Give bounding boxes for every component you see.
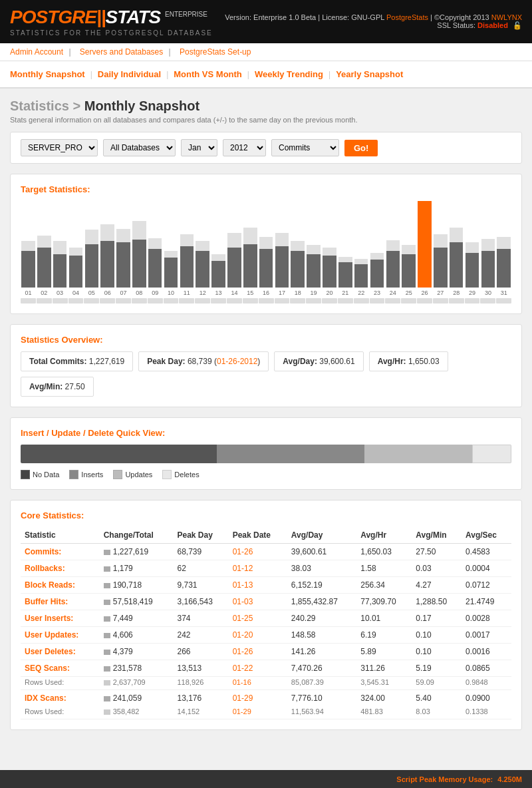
bar-group-27 <box>433 201 448 288</box>
page-title: Statistics > Monthly Snapshot <box>10 98 522 114</box>
metric-select[interactable]: CommitsRollbacksBlock ReadsBuffer Hits <box>271 139 339 156</box>
header: POSTGRE||STATS ENTERPRISE STATISTICS FOR… <box>0 0 532 43</box>
bar-group-03 <box>53 201 68 288</box>
peak-date-link[interactable]: 01-03 <box>233 597 253 606</box>
table-row: Rollbacks:1,1796201-1238.031.580.030.000… <box>21 560 511 577</box>
table-row: User Deletes:4,37926601-26141.265.890.10… <box>21 644 511 660</box>
bar-group-26 <box>417 201 432 288</box>
legend-nodata-color <box>21 470 30 479</box>
nwlynx-link[interactable]: NWLYNX <box>491 13 522 21</box>
footer-value: 4.250M <box>497 775 522 783</box>
peak-date-link[interactable]: 01-25 <box>233 614 253 623</box>
logo-area: POSTGRE||STATS ENTERPRISE STATISTICS FOR… <box>10 7 213 37</box>
controls-bar: SERVER_PRO All Databases JanFebMarAprMay… <box>10 132 522 164</box>
bar-group-20 <box>322 201 337 288</box>
peak-date-link[interactable]: 01-13 <box>233 580 253 590</box>
server-select[interactable]: SERVER_PRO <box>21 139 98 156</box>
legend-deletes: Deletes <box>162 470 199 479</box>
ssl-status: Disabled <box>477 21 508 29</box>
logo-subtitle: STATISTICS FOR THE POSTGRESQL DATABASE <box>10 29 213 37</box>
peak-day-box: Peak Day: 68,739 (01-26-2012) <box>138 351 269 371</box>
bar-group-14 <box>227 201 242 288</box>
nav-monthly-snapshot[interactable]: Monthly Snapshot <box>10 67 85 82</box>
postgrestats-setup-link[interactable]: PostgreStats Set-up <box>180 47 251 57</box>
bar-updates <box>364 445 472 463</box>
quick-view-legend: No Data Inserts Updates Deletes <box>21 470 511 479</box>
quick-view-bar <box>21 445 511 463</box>
bar-inserts <box>217 445 364 463</box>
row-label-link[interactable]: Commits: <box>25 547 61 556</box>
ssl-line: SSL Status: Disabled 🔓 <box>225 21 522 30</box>
legend-deletes-color <box>162 470 172 479</box>
bar-group-07 <box>116 201 131 288</box>
legend-inserts-color <box>69 470 78 479</box>
bar-group-19 <box>306 201 321 288</box>
target-stats-title: Target Statistics: <box>21 184 511 194</box>
go-button[interactable]: Go! <box>344 140 378 156</box>
bar-group-15 <box>243 201 258 288</box>
month-select[interactable]: JanFebMarAprMayJun JulAugSepOctNovDec <box>181 139 217 156</box>
col-avg-day: Avg/Day <box>287 527 356 544</box>
row-label-link[interactable]: Buffer Hits: <box>25 597 68 606</box>
bar-group-02 <box>37 201 52 288</box>
col-avg-sec: Avg/Sec <box>462 527 511 544</box>
nav-daily-individual[interactable]: Daily Individual <box>98 67 161 82</box>
year-select[interactable]: 2012201120102013 <box>223 139 266 156</box>
peak-date-link[interactable]: 01-20 <box>233 630 253 640</box>
peak-date-link[interactable]: 01-12 <box>233 564 253 573</box>
legend-nodata: No Data <box>21 470 59 479</box>
peak-day-link[interactable]: 01-26-2012 <box>217 357 257 366</box>
postgrestats-link[interactable]: PostgreStats <box>386 13 428 21</box>
nav-month-vs-month[interactable]: Month VS Month <box>174 67 242 82</box>
peak-date-link[interactable]: 01-26 <box>233 647 253 656</box>
col-avg-min: Avg/Min <box>412 527 462 544</box>
bar-group-23 <box>370 201 385 288</box>
version-line: Version: Enterprise 1.0 Beta | License: … <box>225 13 522 21</box>
target-stats-card: Target Statistics: 010203040506070809101… <box>10 174 522 314</box>
legend-inserts: Inserts <box>69 470 103 479</box>
row-label-link[interactable]: Rollbacks: <box>25 564 65 573</box>
nav-yearly-snapshot[interactable]: Yearly Snapshot <box>336 67 403 82</box>
row-label-link[interactable]: IDX Scans: <box>25 693 66 703</box>
bar-group-29 <box>465 201 480 288</box>
col-statistic: Statistic <box>21 527 100 544</box>
table-sub-row: Rows Used:2,637,709118,92601-1685,087.39… <box>21 677 511 690</box>
servers-databases-link[interactable]: Servers and Databases <box>80 47 163 57</box>
bar-group-24 <box>385 201 400 288</box>
admin-account-link[interactable]: Admin Account <box>10 47 63 57</box>
col-avg-hr: Avg/Hr <box>356 527 412 544</box>
bar-group-16 <box>259 201 274 288</box>
database-select[interactable]: All Databases <box>103 139 176 156</box>
sub-peak-date-link[interactable]: 01-16 <box>233 678 251 686</box>
bar-group-17 <box>275 201 290 288</box>
table-row: Block Reads:190,7189,73101-136,152.19256… <box>21 577 511 594</box>
table-row: Buffer Hits:57,518,4193,166,54301-031,85… <box>21 594 511 610</box>
bar-group-18 <box>290 201 305 288</box>
peak-date-link[interactable]: 01-26 <box>233 547 253 556</box>
bar-group-10 <box>164 201 179 288</box>
avg-min-box: Avg/Min: 27.50 <box>21 377 94 397</box>
col-peak-date: Peak Date <box>229 527 287 544</box>
table-row: User Inserts:7,44937401-25240.2910.010.1… <box>21 610 511 627</box>
nav-weekly-trending[interactable]: Weekly Trending <box>255 67 323 82</box>
bar-group-05 <box>84 201 99 288</box>
row-label-link[interactable]: Block Reads: <box>25 580 75 590</box>
table-row: SEQ Scans:231,57813,51301-227,470.26311.… <box>21 660 511 677</box>
bar-group-04 <box>68 201 84 288</box>
bar-group-08 <box>132 201 147 288</box>
legend-updates-color <box>113 470 122 479</box>
stats-overview-title: Statistics Overview: <box>21 335 511 345</box>
logo-text: POSTGRE||STATS ENTERPRISE <box>10 7 207 27</box>
bar-group-12 <box>195 201 210 288</box>
row-label-link[interactable]: User Inserts: <box>25 614 73 623</box>
core-stats-card: Core Statistics: Statistic Change/Total … <box>10 500 522 730</box>
sub-peak-date-link[interactable]: 01-29 <box>233 707 251 715</box>
row-label-link[interactable]: User Deletes: <box>25 647 76 656</box>
peak-date-link[interactable]: 01-22 <box>233 664 253 673</box>
row-label-link[interactable]: SEQ Scans: <box>25 664 70 673</box>
content-area: Statistics > Monthly Snapshot Stats gene… <box>0 89 532 770</box>
row-label-link[interactable]: User Updates: <box>25 630 78 640</box>
col-change: Change/Total <box>100 527 174 544</box>
footer: Script Peak Memory Usage: 4.250M <box>0 770 532 788</box>
peak-date-link[interactable]: 01-29 <box>233 693 253 703</box>
